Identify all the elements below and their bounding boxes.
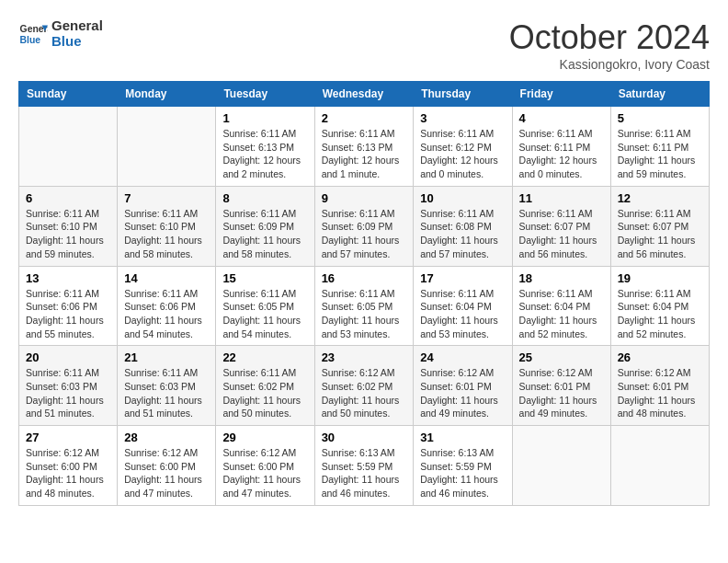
day-number: 20 <box>26 350 110 364</box>
calendar-cell: 12Sunrise: 6:11 AMSunset: 6:07 PMDayligh… <box>610 186 709 266</box>
day-info: Sunrise: 6:11 AMSunset: 6:11 PMDaylight:… <box>618 127 702 181</box>
calendar-cell: 4Sunrise: 6:11 AMSunset: 6:11 PMDaylight… <box>512 107 610 187</box>
day-number: 17 <box>420 271 505 285</box>
calendar-cell <box>610 426 709 506</box>
day-info: Sunrise: 6:11 AMSunset: 6:03 PMDaylight:… <box>124 366 209 420</box>
location-subtitle: Kassiongokro, Ivory Coast <box>509 57 710 72</box>
calendar-cell: 9Sunrise: 6:11 AMSunset: 6:09 PMDaylight… <box>314 186 414 266</box>
day-info: Sunrise: 6:12 AMSunset: 6:01 PMDaylight:… <box>618 366 702 420</box>
calendar-cell: 29Sunrise: 6:12 AMSunset: 6:00 PMDayligh… <box>216 426 314 506</box>
header-day-saturday: Saturday <box>610 82 709 107</box>
day-number: 18 <box>519 271 604 285</box>
calendar-cell: 13Sunrise: 6:11 AMSunset: 6:06 PMDayligh… <box>19 266 118 346</box>
calendar-cell: 14Sunrise: 6:11 AMSunset: 6:06 PMDayligh… <box>118 266 216 346</box>
month-title: October 2024 <box>509 18 710 57</box>
day-info: Sunrise: 6:11 AMSunset: 6:13 PMDaylight:… <box>322 127 407 181</box>
day-number: 19 <box>618 271 702 285</box>
calendar-cell: 25Sunrise: 6:12 AMSunset: 6:01 PMDayligh… <box>512 346 610 426</box>
day-info: Sunrise: 6:11 AMSunset: 6:06 PMDaylight:… <box>124 287 209 341</box>
calendar-cell: 1Sunrise: 6:11 AMSunset: 6:13 PMDaylight… <box>216 107 314 187</box>
day-info: Sunrise: 6:12 AMSunset: 6:01 PMDaylight:… <box>420 366 505 420</box>
day-number: 13 <box>26 271 110 285</box>
day-info: Sunrise: 6:11 AMSunset: 6:05 PMDaylight:… <box>222 287 307 341</box>
calendar-cell <box>118 107 216 187</box>
header: General Blue General Blue October 2024 K… <box>18 18 710 72</box>
day-info: Sunrise: 6:13 AMSunset: 5:59 PMDaylight:… <box>420 446 505 500</box>
svg-text:Blue: Blue <box>20 34 41 44</box>
day-info: Sunrise: 6:11 AMSunset: 6:07 PMDaylight:… <box>618 207 702 261</box>
day-number: 31 <box>420 431 505 444</box>
calendar-cell: 11Sunrise: 6:11 AMSunset: 6:07 PMDayligh… <box>512 186 610 266</box>
header-day-wednesday: Wednesday <box>314 82 414 107</box>
calendar-cell: 7Sunrise: 6:11 AMSunset: 6:10 PMDaylight… <box>118 186 216 266</box>
day-info: Sunrise: 6:11 AMSunset: 6:02 PMDaylight:… <box>222 366 307 420</box>
calendar-cell: 8Sunrise: 6:11 AMSunset: 6:09 PMDaylight… <box>216 186 314 266</box>
day-number: 3 <box>420 111 505 125</box>
calendar-cell: 21Sunrise: 6:11 AMSunset: 6:03 PMDayligh… <box>118 346 216 426</box>
calendar-cell: 27Sunrise: 6:12 AMSunset: 6:00 PMDayligh… <box>19 426 118 506</box>
calendar-body: 1Sunrise: 6:11 AMSunset: 6:13 PMDaylight… <box>19 107 710 506</box>
day-number: 28 <box>124 431 209 444</box>
day-info: Sunrise: 6:11 AMSunset: 6:11 PMDaylight:… <box>519 127 604 181</box>
day-number: 30 <box>322 431 407 444</box>
day-info: Sunrise: 6:11 AMSunset: 6:04 PMDaylight:… <box>519 287 604 341</box>
day-info: Sunrise: 6:11 AMSunset: 6:03 PMDaylight:… <box>26 366 110 420</box>
day-info: Sunrise: 6:11 AMSunset: 6:05 PMDaylight:… <box>322 287 407 341</box>
calendar-cell <box>512 426 610 506</box>
calendar-cell: 16Sunrise: 6:11 AMSunset: 6:05 PMDayligh… <box>314 266 414 346</box>
calendar-cell: 5Sunrise: 6:11 AMSunset: 6:11 PMDaylight… <box>610 107 709 187</box>
day-info: Sunrise: 6:12 AMSunset: 6:00 PMDaylight:… <box>26 446 110 500</box>
day-number: 4 <box>519 111 604 125</box>
day-number: 12 <box>618 191 702 205</box>
day-info: Sunrise: 6:12 AMSunset: 6:00 PMDaylight:… <box>222 446 307 500</box>
calendar-header: SundayMondayTuesdayWednesdayThursdayFrid… <box>19 82 710 107</box>
day-number: 23 <box>322 350 407 364</box>
calendar-cell: 28Sunrise: 6:12 AMSunset: 6:00 PMDayligh… <box>118 426 216 506</box>
header-day-tuesday: Tuesday <box>216 82 314 107</box>
day-info: Sunrise: 6:12 AMSunset: 6:00 PMDaylight:… <box>124 446 209 500</box>
calendar-cell: 19Sunrise: 6:11 AMSunset: 6:04 PMDayligh… <box>610 266 709 346</box>
calendar-cell: 15Sunrise: 6:11 AMSunset: 6:05 PMDayligh… <box>216 266 314 346</box>
title-area: October 2024 Kassiongokro, Ivory Coast <box>509 18 710 72</box>
day-number: 25 <box>519 350 604 364</box>
day-info: Sunrise: 6:11 AMSunset: 6:10 PMDaylight:… <box>26 207 110 261</box>
day-number: 2 <box>322 111 407 125</box>
day-number: 16 <box>322 271 407 285</box>
calendar-cell: 3Sunrise: 6:11 AMSunset: 6:12 PMDaylight… <box>414 107 512 187</box>
calendar-cell: 31Sunrise: 6:13 AMSunset: 5:59 PMDayligh… <box>414 426 512 506</box>
day-info: Sunrise: 6:11 AMSunset: 6:04 PMDaylight:… <box>420 287 505 341</box>
day-info: Sunrise: 6:11 AMSunset: 6:13 PMDaylight:… <box>222 127 307 181</box>
calendar-cell <box>19 107 118 187</box>
day-number: 9 <box>322 191 407 205</box>
day-number: 7 <box>124 191 209 205</box>
day-number: 29 <box>222 431 307 444</box>
day-info: Sunrise: 6:11 AMSunset: 6:07 PMDaylight:… <box>519 207 604 261</box>
calendar-cell: 2Sunrise: 6:11 AMSunset: 6:13 PMDaylight… <box>314 107 414 187</box>
logo-blue: Blue <box>51 34 103 50</box>
week-row-4: 20Sunrise: 6:11 AMSunset: 6:03 PMDayligh… <box>19 346 710 426</box>
calendar-cell: 6Sunrise: 6:11 AMSunset: 6:10 PMDaylight… <box>19 186 118 266</box>
week-row-1: 1Sunrise: 6:11 AMSunset: 6:13 PMDaylight… <box>19 107 710 187</box>
day-number: 24 <box>420 350 505 364</box>
header-day-monday: Monday <box>118 82 216 107</box>
day-number: 5 <box>618 111 702 125</box>
day-info: Sunrise: 6:11 AMSunset: 6:06 PMDaylight:… <box>26 287 110 341</box>
header-day-friday: Friday <box>512 82 610 107</box>
day-info: Sunrise: 6:12 AMSunset: 6:01 PMDaylight:… <box>519 366 604 420</box>
calendar-table: SundayMondayTuesdayWednesdayThursdayFrid… <box>18 81 710 506</box>
week-row-3: 13Sunrise: 6:11 AMSunset: 6:06 PMDayligh… <box>19 266 710 346</box>
calendar-cell: 22Sunrise: 6:11 AMSunset: 6:02 PMDayligh… <box>216 346 314 426</box>
logo-general: General <box>51 18 103 34</box>
day-info: Sunrise: 6:11 AMSunset: 6:09 PMDaylight:… <box>222 207 307 261</box>
logo-icon: General Blue <box>18 19 48 49</box>
day-number: 22 <box>222 350 307 364</box>
day-number: 8 <box>222 191 307 205</box>
logo: General Blue General Blue <box>18 18 103 49</box>
calendar-cell: 30Sunrise: 6:13 AMSunset: 5:59 PMDayligh… <box>314 426 414 506</box>
day-number: 27 <box>26 431 110 444</box>
calendar-cell: 17Sunrise: 6:11 AMSunset: 6:04 PMDayligh… <box>414 266 512 346</box>
day-number: 14 <box>124 271 209 285</box>
day-info: Sunrise: 6:11 AMSunset: 6:10 PMDaylight:… <box>124 207 209 261</box>
week-row-2: 6Sunrise: 6:11 AMSunset: 6:10 PMDaylight… <box>19 186 710 266</box>
day-number: 10 <box>420 191 505 205</box>
